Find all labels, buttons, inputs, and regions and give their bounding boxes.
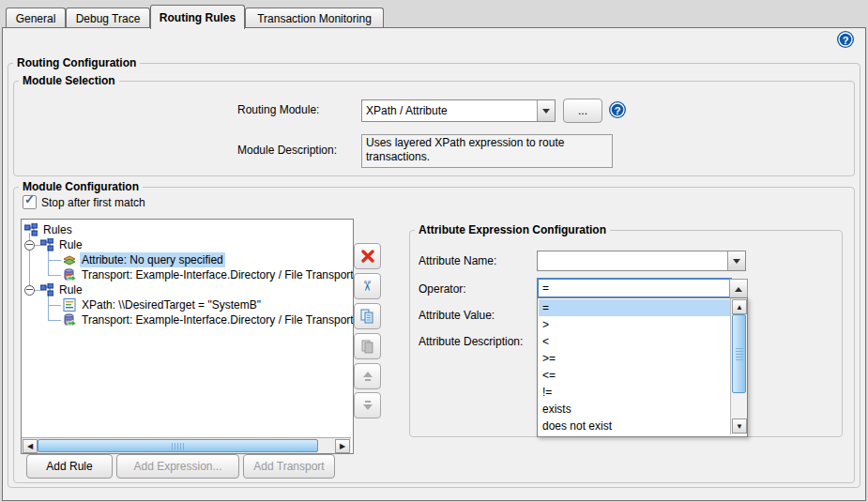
transport-icon: [63, 313, 76, 327]
transport-icon: [63, 268, 76, 281]
scrollbar-thumb[interactable]: [732, 314, 746, 393]
routing-module-label: Routing Module:: [237, 103, 319, 116]
combo-dropdown-button[interactable]: [537, 100, 555, 121]
tree-row-label: Rules: [41, 222, 74, 237]
cut-button[interactable]: ✂: [354, 273, 381, 299]
operator-dropdown-list[interactable]: = > < >= <= != exists does not exist ▲ ▼: [537, 297, 748, 437]
option-label: !=: [542, 386, 552, 399]
rule-icon: [40, 238, 53, 251]
group-title: Attribute Expression Configuration: [415, 223, 610, 236]
delete-button[interactable]: [354, 243, 381, 269]
add-expression-button[interactable]: Add Expression...: [116, 454, 239, 479]
scroll-up-button[interactable]: ▲: [732, 299, 747, 314]
group-title: Module Selection: [19, 74, 119, 87]
attribute-icon: [63, 253, 76, 266]
copy-icon: [360, 309, 374, 324]
arrow-down-icon: [362, 400, 373, 411]
option-label: does not exist: [542, 419, 612, 433]
module-help-icon[interactable]: ?: [608, 100, 627, 119]
tree-line: [48, 296, 49, 320]
tree-row-label: Transport: Example-Interface.Directory /…: [80, 267, 354, 282]
operator-option[interactable]: =: [539, 299, 734, 316]
checkmark-icon: ✓: [24, 192, 35, 206]
tree-line: [48, 320, 61, 321]
stop-after-first-match-label: Stop after first match: [41, 196, 145, 209]
svg-text:?: ?: [615, 105, 621, 116]
group-title: Routing Configuration: [13, 56, 140, 69]
rules-tree[interactable]: Rules Rule Attribute: No query specified: [21, 219, 354, 454]
copy-button[interactable]: [354, 303, 381, 329]
operator-label: Operator:: [419, 282, 466, 296]
tab-label: Transaction Monitoring: [257, 12, 372, 25]
tab-routing-rules[interactable]: Routing Rules: [150, 5, 245, 29]
operator-option[interactable]: >=: [539, 350, 734, 367]
option-label: >: [542, 318, 549, 331]
add-transport-button[interactable]: Add Transport: [243, 454, 335, 479]
scroll-right-button[interactable]: ▶: [335, 439, 350, 453]
chevron-down-icon: [542, 109, 550, 114]
scroll-down-button[interactable]: ▼: [732, 418, 747, 434]
move-down-button[interactable]: [354, 392, 381, 418]
attribute-name-label: Attribute Name:: [419, 254, 496, 267]
scrollbar-thumb[interactable]: [38, 439, 318, 452]
group-title: Module Configuration: [19, 180, 143, 193]
tree-collapse-handle[interactable]: [24, 240, 35, 251]
tab-label: Debug Trace: [76, 12, 141, 25]
operator-option[interactable]: does not exist: [539, 418, 734, 434]
operator-option[interactable]: <: [539, 333, 734, 350]
scissors-icon: ✂: [358, 281, 375, 293]
operator-option[interactable]: exists: [539, 401, 734, 418]
combo-dropdown-button[interactable]: [727, 251, 745, 270]
tree-row-label: XPath: \\DesiredTarget = "SystemB": [80, 297, 263, 312]
option-label: =: [542, 301, 549, 314]
xpath-icon: [63, 298, 76, 312]
operator-combobox[interactable]: =: [537, 278, 732, 298]
tree-row-label: Transport: Example-Interface.Directory /…: [80, 312, 354, 327]
chevron-down-icon: [733, 259, 740, 264]
attribute-value-label: Attribute Value:: [419, 309, 495, 322]
tab-debug-trace[interactable]: Debug Trace: [66, 8, 150, 28]
operator-option[interactable]: !=: [539, 384, 734, 401]
tab-transaction-monitoring[interactable]: Transaction Monitoring: [245, 8, 384, 28]
operator-option[interactable]: <=: [539, 367, 734, 384]
operator-option[interactable]: >: [539, 316, 734, 333]
chevron-up-icon: [735, 287, 742, 292]
add-rule-button[interactable]: Add Rule: [26, 454, 113, 479]
button-label: Add Transport: [253, 460, 324, 473]
tab-label: General: [16, 12, 56, 25]
module-description-label: Module Description:: [237, 144, 337, 157]
routing-module-value: XPath / Attribute: [362, 100, 537, 121]
button-label: Add Rule: [46, 460, 92, 473]
delete-icon: [361, 250, 374, 263]
browse-module-button[interactable]: ...: [563, 99, 602, 123]
list-vertical-scrollbar[interactable]: ▲ ▼: [730, 298, 747, 434]
option-label: exists: [542, 403, 571, 416]
move-up-button[interactable]: [354, 363, 381, 389]
tab-general[interactable]: General: [6, 8, 66, 28]
thumb-grip: [172, 443, 185, 450]
scroll-left-button[interactable]: ◀: [23, 439, 38, 453]
tree-line: [48, 251, 49, 275]
paste-icon: [360, 339, 374, 354]
tree-horizontal-scrollbar[interactable]: ◀ ▶: [22, 437, 351, 453]
tree-collapse-handle[interactable]: [24, 285, 35, 296]
operator-value: =: [542, 281, 549, 295]
help-icon[interactable]: ?: [836, 30, 855, 49]
stop-after-first-match-checkbox[interactable]: ✓: [23, 195, 37, 209]
option-label: <: [542, 335, 549, 348]
rules-icon: [24, 223, 38, 236]
tree-row-label: Rule: [57, 237, 84, 252]
attribute-name-combobox[interactable]: [537, 251, 746, 271]
module-description-box: Uses layered XPath expression to route t…: [361, 134, 613, 168]
tree-row-label: Attribute: No query specified: [80, 252, 225, 267]
arrow-up-icon: [362, 371, 373, 382]
routing-module-combobox[interactable]: XPath / Attribute: [361, 99, 556, 122]
tab-label: Routing Rules: [160, 11, 236, 24]
svg-text:?: ?: [843, 35, 849, 46]
app-window: General Debug Trace Routing Rules Transa…: [0, 0, 868, 502]
operator-dropdown-button[interactable]: [729, 279, 748, 299]
paste-button[interactable]: [354, 333, 381, 359]
thumb-grip: [736, 347, 743, 360]
rule-icon: [40, 283, 53, 297]
button-label: Add Expression...: [133, 460, 221, 473]
